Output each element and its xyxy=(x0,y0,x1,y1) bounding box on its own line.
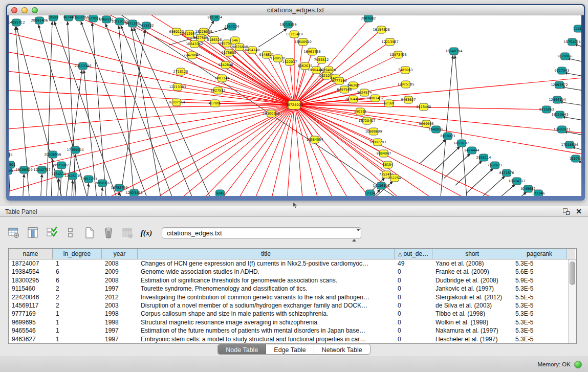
table-cell: Genome-wide association studies in ADHD. xyxy=(138,268,395,276)
column-header-year[interactable]: year xyxy=(102,249,138,259)
table-row[interactable]: 1456911722003Disruption of a novel membe… xyxy=(9,301,568,310)
graph-node-label: 18300295 xyxy=(263,112,279,116)
graph-edge xyxy=(258,29,287,47)
column-header-name[interactable]: name xyxy=(9,249,53,259)
table-cell: 0 xyxy=(395,276,432,285)
select-all-icon[interactable] xyxy=(45,226,58,239)
clear-selection-icon[interactable] xyxy=(64,226,77,239)
graph-node-label: 9245652 xyxy=(521,187,536,191)
table-row[interactable]: 977716911998Corpus callosum shape and si… xyxy=(9,310,568,318)
vertical-scrollbar[interactable] xyxy=(568,259,576,343)
graph-node-label: 18724007 xyxy=(286,103,302,107)
table-cell: Hescheler et al. (1997) xyxy=(432,335,512,343)
mouse-cursor xyxy=(292,202,298,209)
graph-node-label: 20206556 xyxy=(44,152,61,157)
table-cell: Stergiakouli et al. (2012) xyxy=(432,293,512,301)
graph-node-label: 6497568 xyxy=(337,87,352,92)
graph-edge xyxy=(420,139,446,164)
column-header-pagerank[interactable]: pagerank xyxy=(512,249,567,259)
graph-node-label: 12923448 xyxy=(125,191,142,195)
table-cell: 5.3E-5 xyxy=(512,335,567,343)
tab-node-table[interactable]: Node Table xyxy=(218,344,266,354)
graph-edge xyxy=(86,183,89,196)
table-row[interactable]: 1938455462009Genome-wide association stu… xyxy=(9,268,568,276)
graph-node-label: 14136141 xyxy=(373,184,389,188)
graph-node-label: 9115460 xyxy=(417,105,431,109)
column-header-label: year xyxy=(114,250,125,257)
graph-node-label: 12505135 xyxy=(64,174,81,178)
close-panel-icon[interactable]: ✕ xyxy=(576,208,582,215)
table-cell: 2009 xyxy=(102,268,138,276)
network-view-window: citations_edges.txt 98601238912954182260… xyxy=(6,4,585,201)
graph-node-label: 8912954 xyxy=(182,32,197,36)
graph-node-label: 22420046 xyxy=(183,53,200,57)
table-panel-title: Table Panel xyxy=(5,208,37,215)
graph-node-label: 6879197 xyxy=(454,141,469,145)
table-row[interactable]: 946362711997Embryonic stem cells: a mode… xyxy=(9,335,568,343)
graph-node-label: 9671385 xyxy=(125,21,140,26)
table-row[interactable]: 2242004622012Investigating the contribut… xyxy=(9,293,568,301)
tab-network-table[interactable]: Network Table xyxy=(314,344,370,354)
graph-node-label: 19958107 xyxy=(94,181,111,185)
graph-node-label: 39199 xyxy=(9,169,13,173)
graph-node-label: 8938923 xyxy=(441,134,455,138)
table-selector-dropdown[interactable]: citations_edges.txt xyxy=(162,227,361,239)
graph-node-label: 18226058 xyxy=(195,30,212,34)
float-panel-icon[interactable] xyxy=(563,208,570,215)
column-header-in_degree[interactable]: in_degree xyxy=(53,249,102,259)
column-header-label: short xyxy=(465,250,479,257)
table-cell: Investigating the contribution of common… xyxy=(138,293,395,301)
table-cell: Estimation of the future numbers of pati… xyxy=(138,326,395,335)
delete-table-icon[interactable] xyxy=(102,226,115,239)
table-type-tabs: Node TableEdge TableNetwork Table xyxy=(217,344,370,355)
tab-edge-table[interactable]: Edge Table xyxy=(266,344,314,354)
graph-node-label: 12975185 xyxy=(397,82,414,86)
graph-node-label: 7615532 xyxy=(139,24,154,28)
graph-edge xyxy=(9,105,294,196)
graph-node-label: 190311 xyxy=(354,110,367,114)
graph-node-label: 9129966 xyxy=(558,54,573,58)
window-titlebar[interactable]: citations_edges.txt xyxy=(7,5,584,15)
function-builder-icon[interactable]: f(x) xyxy=(140,226,153,239)
graph-node-label: 17359924 xyxy=(67,148,83,152)
new-table-icon[interactable] xyxy=(83,226,96,239)
graph-node-label: 16154808 xyxy=(373,28,389,32)
table-header-row: namein_degreeyeartitle△out_de…shortpager… xyxy=(9,249,576,259)
graph-edge xyxy=(100,187,102,196)
graph-node-label: 18640910 xyxy=(294,40,311,44)
table-row[interactable]: 911546021997Tourette syndrome. Phenomeno… xyxy=(9,285,568,293)
graph-edge xyxy=(439,55,453,196)
column-visibility-icon[interactable] xyxy=(26,226,39,239)
table-settings-icon[interactable] xyxy=(7,226,20,239)
graph-edge xyxy=(467,168,493,193)
table-row[interactable]: 946554611997Estimation of the future num… xyxy=(9,326,568,335)
graph-node-label: 15751074 xyxy=(563,40,580,44)
graph-node-label: 3624574 xyxy=(357,91,372,95)
table-row[interactable]: 1830029562008Estimation of significance … xyxy=(9,276,568,285)
graph-node-label: 9084067 xyxy=(377,151,391,156)
graph-node-label: 8427552 xyxy=(211,89,226,93)
graph-edge xyxy=(434,146,460,171)
graph-edge xyxy=(489,184,515,196)
column-header-title[interactable]: title xyxy=(138,249,395,259)
table-cell: Yano et al. (2008) xyxy=(432,259,512,268)
table-cell: de Silva et al. (2003) xyxy=(432,301,512,310)
table-cell: 1 xyxy=(53,259,102,268)
table-row[interactable]: 969969511998Structural magnetic resonanc… xyxy=(9,318,568,326)
network-canvas[interactable]: 9860123891295418226058982750910543362818… xyxy=(9,15,581,196)
graph-node-label: 9215953 xyxy=(539,107,554,112)
table-row[interactable]: 1872400712008Changes of HCN gene express… xyxy=(9,259,568,268)
table-cell: 9699695 xyxy=(9,318,53,326)
scrollbar-thumb[interactable] xyxy=(570,261,575,285)
graph-node-label: 10688609 xyxy=(365,129,382,134)
table-cell: 0 xyxy=(395,310,432,318)
graph-node-label: 12093872 xyxy=(551,83,568,87)
table-cell: 0 xyxy=(395,268,432,276)
graph-node-label: 10807487 xyxy=(366,96,383,100)
table-cell: 2 xyxy=(53,301,102,310)
table-cell: 6 xyxy=(53,276,102,285)
column-header-short[interactable]: short xyxy=(432,249,512,259)
column-header-out_de[interactable]: △out_de… xyxy=(395,249,432,259)
graph-edge xyxy=(562,117,581,121)
graph-node-label: 20891406 xyxy=(31,18,48,23)
